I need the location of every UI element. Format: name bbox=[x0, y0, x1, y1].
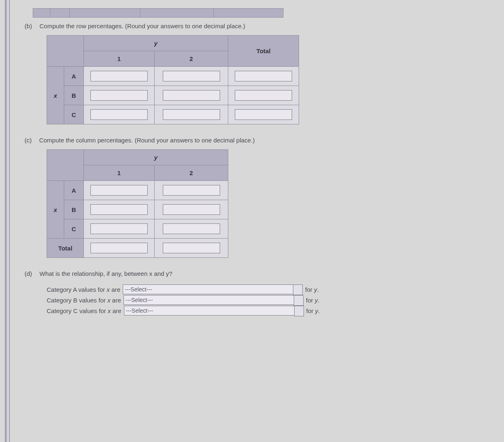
column-percentages-table: y 1 2 x A B C Total bbox=[47, 149, 228, 258]
input-c-a1[interactable] bbox=[90, 185, 148, 196]
part-b-label: (b) bbox=[25, 23, 38, 29]
d-line-b-pre2: are bbox=[110, 297, 121, 304]
d-line-a-pre2: are bbox=[110, 286, 120, 293]
d-select-c[interactable]: ---Select--- bbox=[124, 306, 304, 316]
d-select-b-wrap: ---Select--- bbox=[124, 295, 304, 305]
d-select-b[interactable]: ---Select--- bbox=[124, 295, 304, 305]
x-header-c: x bbox=[47, 181, 64, 239]
window-edge-decoration bbox=[5, 0, 7, 442]
d-prompt-t2: and bbox=[152, 270, 166, 277]
d-prompt-t1: What is the relationship, if any, betwee… bbox=[40, 270, 149, 277]
row-percentages-table: y Total 1 2 x A B C bbox=[47, 35, 299, 124]
row-c-label: C bbox=[64, 105, 84, 124]
row-a-label-c: A bbox=[64, 181, 84, 200]
total-row-label: Total bbox=[47, 239, 84, 258]
d-select-a[interactable]: ---Select--- bbox=[123, 284, 303, 294]
previous-table-fragment bbox=[33, 8, 504, 18]
input-c-c2[interactable] bbox=[163, 223, 220, 234]
input-c-b1[interactable] bbox=[90, 204, 148, 215]
d-line-c-pre2: are bbox=[111, 307, 122, 314]
input-b-c-total[interactable] bbox=[235, 109, 292, 120]
d-prompt-y: y bbox=[166, 270, 169, 277]
col1-header-c: 1 bbox=[84, 165, 155, 181]
part-b-heading: (b) Compute the row percentages. (Round … bbox=[25, 23, 504, 29]
d-line-a: Category A values for x are ---Select---… bbox=[47, 284, 504, 294]
row-b-label-c: B bbox=[64, 200, 84, 219]
d-line-c: Category C values for x are ---Select---… bbox=[47, 306, 504, 316]
y-header-c: y bbox=[84, 150, 228, 165]
d-line-c-pre1: Category C values for bbox=[47, 307, 108, 314]
part-c-label: (c) bbox=[25, 137, 38, 144]
x-header: x bbox=[47, 67, 64, 124]
d-line-b-var: x bbox=[107, 297, 110, 304]
window-edge-line bbox=[9, 0, 10, 442]
input-b-c2[interactable] bbox=[163, 109, 220, 120]
part-c-section: (c) Compute the column percentages. (Rou… bbox=[25, 137, 504, 258]
part-b-section: (b) Compute the row percentages. (Round … bbox=[25, 23, 504, 124]
input-b-a2[interactable] bbox=[163, 71, 220, 81]
input-b-c1[interactable] bbox=[90, 109, 148, 120]
input-c-b2[interactable] bbox=[163, 204, 220, 215]
d-line-a-post1: for bbox=[305, 286, 314, 293]
col2-header: 2 bbox=[155, 51, 228, 67]
d-select-c-wrap: ---Select--- bbox=[124, 306, 304, 316]
total-header: Total bbox=[228, 36, 299, 67]
d-line-c-var: x bbox=[108, 307, 111, 314]
table-corner-c bbox=[47, 150, 84, 181]
input-b-b1[interactable] bbox=[90, 90, 148, 101]
col2-header-c: 2 bbox=[155, 165, 228, 181]
input-b-a-total[interactable] bbox=[235, 71, 292, 81]
d-line-b-pre: Category B values for x are bbox=[47, 297, 121, 304]
input-c-c1[interactable] bbox=[90, 223, 148, 234]
d-line-a-pre1: Category A values for bbox=[47, 286, 107, 293]
d-line-c-post1: for bbox=[306, 307, 315, 314]
d-line-c-post2: . bbox=[318, 307, 320, 314]
input-c-total1[interactable] bbox=[90, 243, 148, 253]
part-c-heading: (c) Compute the column percentages. (Rou… bbox=[25, 137, 504, 144]
input-b-b-total[interactable] bbox=[235, 90, 292, 101]
part-d-heading: (d) What is the relationship, if any, be… bbox=[25, 270, 504, 277]
input-c-a2[interactable] bbox=[163, 185, 220, 196]
d-prompt-t3: ? bbox=[169, 270, 172, 277]
d-line-b-post: for y. bbox=[306, 297, 320, 304]
part-d-prompt: What is the relationship, if any, betwee… bbox=[40, 270, 173, 277]
row-b-label: B bbox=[64, 86, 84, 105]
d-select-a-wrap: ---Select--- bbox=[123, 284, 303, 294]
d-line-c-postvar: y bbox=[315, 307, 318, 314]
row-a-label: A bbox=[64, 67, 84, 86]
col1-header: 1 bbox=[84, 51, 155, 67]
row-c-label-c: C bbox=[64, 219, 84, 239]
d-line-a-post: for y. bbox=[305, 286, 319, 293]
d-line-b-postvar: y bbox=[315, 297, 318, 304]
d-line-c-post: for y. bbox=[306, 307, 320, 314]
d-line-b-post1: for bbox=[306, 297, 315, 304]
input-c-total2[interactable] bbox=[163, 243, 220, 253]
part-b-prompt: Compute the row percentages. (Round your… bbox=[40, 23, 245, 29]
y-header: y bbox=[84, 36, 228, 51]
d-line-c-pre: Category C values for x are bbox=[47, 307, 122, 314]
d-line-b-post2: . bbox=[318, 297, 320, 304]
part-d-label: (d) bbox=[25, 270, 38, 277]
part-c-prompt: Compute the column percentages. (Round y… bbox=[39, 137, 255, 144]
part-d-section: (d) What is the relationship, if any, be… bbox=[25, 270, 504, 316]
input-b-b2[interactable] bbox=[163, 90, 220, 101]
d-line-a-pre: Category A values for x are bbox=[47, 286, 120, 293]
d-line-a-post2: . bbox=[317, 286, 319, 293]
part-d-lines: Category A values for x are ---Select---… bbox=[47, 284, 504, 316]
d-line-b-pre1: Category B values for bbox=[47, 297, 107, 304]
d-line-b: Category B values for x are ---Select---… bbox=[47, 295, 504, 305]
table-corner bbox=[47, 36, 84, 67]
input-b-a1[interactable] bbox=[90, 71, 148, 81]
